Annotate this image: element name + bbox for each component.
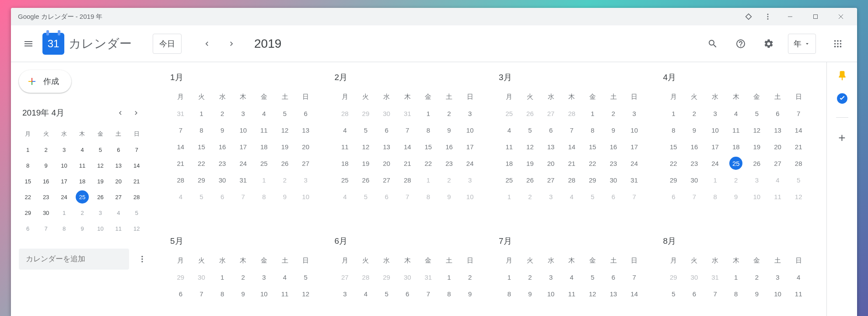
month-day-cell[interactable]: 24	[705, 155, 726, 172]
month-day-cell[interactable]: 5	[295, 269, 316, 285]
month-day-cell[interactable]: 30	[397, 269, 418, 285]
month-day-cell[interactable]: 9	[603, 122, 624, 138]
month-day-cell[interactable]: 13	[295, 122, 316, 138]
month-day-cell[interactable]: 1	[725, 269, 746, 285]
month-day-cell[interactable]: 29	[191, 172, 212, 188]
month-day-cell[interactable]: 10	[624, 122, 645, 138]
month-day-cell[interactable]: 25	[725, 155, 746, 172]
month-day-cell[interactable]: 9	[520, 285, 541, 302]
month-day-cell[interactable]: 1	[191, 105, 212, 122]
add-calendar-input[interactable]	[19, 249, 129, 270]
month-day-cell[interactable]: 24	[459, 155, 480, 172]
close-button[interactable]	[828, 8, 854, 25]
month-day-cell[interactable]: 8	[418, 122, 439, 138]
month-day-cell[interactable]: 31	[233, 172, 254, 188]
mini-day-cell[interactable]: 11	[73, 158, 91, 173]
month-day-cell[interactable]: 25	[335, 172, 356, 188]
month-day-cell[interactable]: 15	[663, 138, 684, 155]
month-day-cell[interactable]: 6	[603, 269, 624, 285]
month-day-cell[interactable]: 10	[254, 285, 275, 302]
month-day-cell[interactable]: 16	[212, 138, 233, 155]
month-day-cell[interactable]: 7	[705, 285, 726, 302]
month-day-cell[interactable]: 17	[233, 138, 254, 155]
month-day-cell[interactable]: 31	[705, 269, 726, 285]
month-day-cell[interactable]: 2	[520, 269, 541, 285]
month-day-cell[interactable]: 11	[254, 122, 275, 138]
month-day-cell[interactable]: 27	[335, 269, 356, 285]
side-panel-add-icon[interactable]: +	[838, 131, 845, 145]
month-day-cell[interactable]: 5	[274, 105, 295, 122]
month-day-cell[interactable]: 26	[520, 172, 541, 188]
month-day-cell[interactable]: 4	[561, 269, 582, 285]
today-button[interactable]: 今日	[153, 34, 182, 54]
month-day-cell[interactable]: 6	[295, 105, 316, 122]
month-day-cell[interactable]: 17	[705, 138, 726, 155]
month-day-cell[interactable]: 15	[418, 138, 439, 155]
month-day-cell[interactable]: 12	[520, 138, 541, 155]
month-day-cell[interactable]: 22	[582, 155, 603, 172]
search-icon[interactable]	[702, 33, 723, 54]
month-day-cell[interactable]: 21	[561, 155, 582, 172]
month-day-cell[interactable]: 2	[459, 269, 480, 285]
month-day-cell[interactable]: 3	[624, 105, 645, 122]
month-day-cell[interactable]: 12	[788, 188, 809, 205]
month-day-cell[interactable]: 5	[788, 172, 809, 188]
maximize-button[interactable]	[803, 8, 828, 25]
month-day-cell[interactable]: 23	[684, 155, 705, 172]
month-day-cell[interactable]: 5	[746, 105, 767, 122]
month-day-cell[interactable]: 25	[499, 105, 520, 122]
month-day-cell[interactable]: 6	[376, 188, 397, 205]
month-day-cell[interactable]: 12	[746, 122, 767, 138]
month-day-cell[interactable]: 5	[520, 122, 541, 138]
month-day-cell[interactable]: 28	[355, 269, 376, 285]
month-day-cell[interactable]: 11	[274, 285, 295, 302]
month-day-cell[interactable]: 20	[376, 155, 397, 172]
month-day-cell[interactable]: 6	[212, 188, 233, 205]
month-day-cell[interactable]: 31	[170, 105, 191, 122]
month-day-cell[interactable]: 2	[725, 172, 746, 188]
month-day-cell[interactable]: 28	[788, 155, 809, 172]
month-day-cell[interactable]: 21	[170, 155, 191, 172]
month-day-cell[interactable]: 6	[540, 122, 561, 138]
month-day-cell[interactable]: 4	[170, 188, 191, 205]
month-day-cell[interactable]: 1	[418, 172, 439, 188]
mini-day-cell[interactable]: 25	[76, 190, 89, 204]
month-day-cell[interactable]: 6	[376, 122, 397, 138]
mini-day-cell[interactable]: 10	[55, 158, 73, 173]
month-day-cell[interactable]: 25	[499, 172, 520, 188]
mini-day-cell[interactable]: 4	[109, 205, 127, 221]
prev-year-button[interactable]	[197, 34, 217, 53]
month-day-cell[interactable]: 28	[561, 172, 582, 188]
month-day-cell[interactable]: 6	[684, 285, 705, 302]
month-day-cell[interactable]: 16	[684, 138, 705, 155]
month-day-cell[interactable]: 30	[603, 172, 624, 188]
month-day-cell[interactable]: 18	[499, 155, 520, 172]
month-day-cell[interactable]: 2	[603, 105, 624, 122]
month-day-cell[interactable]: 4	[767, 172, 788, 188]
month-day-cell[interactable]: 12	[355, 138, 376, 155]
month-day-cell[interactable]: 7	[397, 188, 418, 205]
month-day-cell[interactable]: 6	[603, 188, 624, 205]
month-day-cell[interactable]: 10	[540, 285, 561, 302]
month-day-cell[interactable]: 18	[254, 138, 275, 155]
month-day-cell[interactable]: 18	[725, 138, 746, 155]
month-day-cell[interactable]: 6	[767, 105, 788, 122]
mini-day-cell[interactable]: 2	[73, 205, 91, 221]
month-day-cell[interactable]: 2	[746, 269, 767, 285]
view-selector[interactable]: 年	[788, 34, 816, 54]
month-day-cell[interactable]: 30	[212, 172, 233, 188]
month-day-cell[interactable]: 10	[459, 122, 480, 138]
mini-day-cell[interactable]: 5	[91, 142, 109, 158]
month-day-cell[interactable]: 19	[274, 138, 295, 155]
month-day-cell[interactable]: 2	[233, 269, 254, 285]
month-day-cell[interactable]: 7	[788, 105, 809, 122]
month-day-cell[interactable]: 27	[767, 155, 788, 172]
mini-day-cell[interactable]: 28	[128, 189, 146, 205]
month-day-cell[interactable]: 5	[582, 269, 603, 285]
month-day-cell[interactable]: 8	[418, 188, 439, 205]
mini-day-cell[interactable]: 6	[109, 142, 127, 158]
mini-day-cell[interactable]: 23	[37, 189, 55, 205]
month-day-cell[interactable]: 8	[725, 285, 746, 302]
mini-day-cell[interactable]: 8	[19, 158, 37, 173]
month-day-cell[interactable]: 23	[439, 155, 460, 172]
